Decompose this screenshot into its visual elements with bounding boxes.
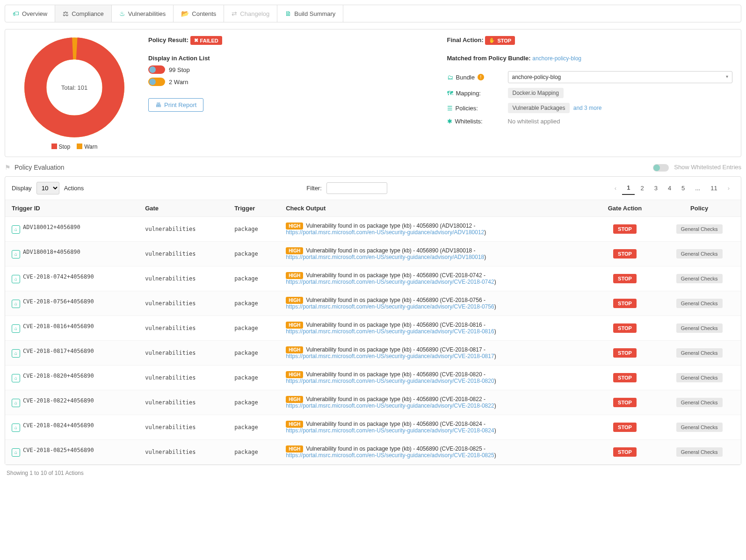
gate-action-badge: STOP [613,348,637,358]
cell-trigger-id: ⌂ADV180012+4056890 [5,216,138,241]
tab-changelog[interactable]: ⇄Changelog [224,5,277,22]
table-row: ⌂CVE-2018-0825+4056890vulnerabilitiespac… [5,439,741,464]
toggle-warn-row: 2 Warn [148,78,434,86]
policy-chip: General Checks [676,224,723,234]
matched-bundle-link[interactable]: anchore-policy-blog [532,55,581,62]
tab-compliance[interactable]: ⚖Compliance [55,5,112,22]
page-4[interactable]: 4 [663,182,676,194]
tag-icon: 🏷 [13,10,19,17]
print-report-button[interactable]: 🖶Print Report [148,98,203,112]
severity-badge: HIGH [286,346,303,353]
tab-overview[interactable]: 🏷Overview [5,5,55,22]
policies-more-link[interactable]: and 3 more [573,105,602,111]
scale-icon: ⚖ [63,10,69,17]
whitelist-icon[interactable]: ⌂ [12,349,20,358]
cell-trigger: package [228,216,279,241]
severity-badge: HIGH [286,297,303,304]
page-5[interactable]: 5 [677,182,689,194]
col-gate[interactable]: Gate [138,200,228,216]
cell-check-output: HIGHVulnerability found in os package ty… [279,216,592,241]
tab-label: Compliance [72,10,104,17]
whitelist-icon[interactable]: ⌂ [12,275,20,283]
advisory-link[interactable]: https://portal.msrc.microsoft.com/en-US/… [286,378,494,384]
cell-trigger: package [228,316,279,340]
policies-chip: Vulnerable Packages [508,103,570,113]
tab-label: Contents [192,10,216,17]
toggle-warn[interactable] [148,78,165,86]
section-title: ⚑Policy Evaluation [5,164,65,171]
gate-action-badge: STOP [613,249,637,258]
whitelist-icon[interactable]: ⌂ [12,300,20,308]
donut-legend: Stop Warn [51,144,98,150]
donut-total-label: Total: 101 [61,84,87,91]
toggle-stop[interactable] [148,65,165,74]
advisory-link[interactable]: https://portal.msrc.microsoft.com/en-US/… [286,254,484,260]
page-next[interactable]: › [723,182,734,194]
page-2[interactable]: 2 [636,182,648,194]
cell-check-output: HIGHVulnerability found in os package ty… [279,390,592,415]
cell-policy: General Checks [658,216,741,241]
table-row: ⌂CVE-2018-0756+4056890vulnerabilitiespac… [5,291,741,316]
advisory-link[interactable]: https://portal.msrc.microsoft.com/en-US/… [286,279,494,285]
fire-icon: ♨ [119,10,125,17]
toggle-warn-label: 2 Warn [169,79,188,86]
page-3[interactable]: 3 [650,182,662,194]
donut-percent-label: 98.0% [66,105,82,111]
col-policy[interactable]: Policy [658,200,741,216]
cell-gate-action: STOP [592,216,658,241]
page-1[interactable]: 1 [622,181,635,195]
whitelist-icon[interactable]: ⌂ [12,250,20,258]
cell-gate: vulnerabilities [138,216,228,241]
whitelist-icon[interactable]: ⌂ [12,225,20,234]
actions-table: Trigger ID Gate Trigger Check Output Gat… [5,200,741,465]
show-whitelisted-toggle[interactable] [653,164,669,172]
mapping-label: 🗺Mapping: [447,90,508,97]
advisory-link[interactable]: https://portal.msrc.microsoft.com/en-US/… [286,353,494,359]
policy-result-label: Policy Result: [148,36,188,43]
cell-check-output: HIGHVulnerability found in os package ty… [279,415,592,439]
cell-check-output: HIGHVulnerability found in os package ty… [279,241,592,266]
col-trigger-id[interactable]: Trigger ID [5,200,138,216]
cell-trigger-id: ⌂ADV180018+4056890 [5,241,138,266]
advisory-link[interactable]: https://portal.msrc.microsoft.com/en-US/… [286,402,494,409]
bundle-select[interactable]: anchore-policy-blog [508,71,733,83]
whitelist-icon[interactable]: ⌂ [12,399,20,407]
page-11[interactable]: 11 [706,182,722,194]
folder-icon: 📂 [181,10,189,17]
advisory-link[interactable]: https://portal.msrc.microsoft.com/en-US/… [286,229,484,236]
severity-badge: HIGH [286,445,303,452]
table-row: ⌂ADV180012+4056890vulnerabilitiespackage… [5,216,741,241]
advisory-link[interactable]: https://portal.msrc.microsoft.com/en-US/… [286,328,494,335]
policy-chip: General Checks [676,373,723,382]
cell-trigger: package [228,340,279,365]
col-trigger[interactable]: Trigger [228,200,279,216]
page-prev[interactable]: ‹ [610,182,621,194]
actions-table-card: Display 10 Actions Filter: ‹ 1 2 3 4 5 .… [5,176,741,465]
col-check-output[interactable]: Check Output [279,200,592,216]
advisory-link[interactable]: https://portal.msrc.microsoft.com/en-US/… [286,303,494,310]
warning-icon: ! [478,74,484,80]
tab-vulnerabilities[interactable]: ♨Vulnerabilities [112,5,174,22]
cell-trigger-id: ⌂CVE-2018-0817+4056890 [5,340,138,365]
tab-contents[interactable]: 📂Contents [174,5,224,22]
donut-chart-col: Total: 101 98.0% Stop Warn [14,36,135,150]
cell-gate: vulnerabilities [138,316,228,340]
cell-trigger-id: ⌂CVE-2018-0824+4056890 [5,415,138,439]
cell-gate: vulnerabilities [138,266,228,291]
advisory-link[interactable]: https://portal.msrc.microsoft.com/en-US/… [286,452,494,459]
cell-gate-action: STOP [592,241,658,266]
advisory-link[interactable]: https://portal.msrc.microsoft.com/en-US/… [286,427,494,434]
display-count-select[interactable]: 10 [36,182,59,194]
cell-gate-action: STOP [592,316,658,340]
col-gate-action[interactable]: Gate Action [592,200,658,216]
cell-check-output: HIGHVulnerability found in os package ty… [279,316,592,340]
whitelist-icon[interactable]: ⌂ [12,424,20,432]
tab-build-summary[interactable]: 🗎Build Summary [277,5,343,22]
filter-input[interactable] [326,182,387,194]
whitelists-label: ✱Whitelists: [447,118,508,125]
whitelist-icon[interactable]: ⌂ [12,448,20,457]
cell-gate-action: STOP [592,415,658,439]
whitelist-icon[interactable]: ⌂ [12,374,20,382]
policy-chip: General Checks [676,323,723,333]
whitelist-icon[interactable]: ⌂ [12,324,20,333]
